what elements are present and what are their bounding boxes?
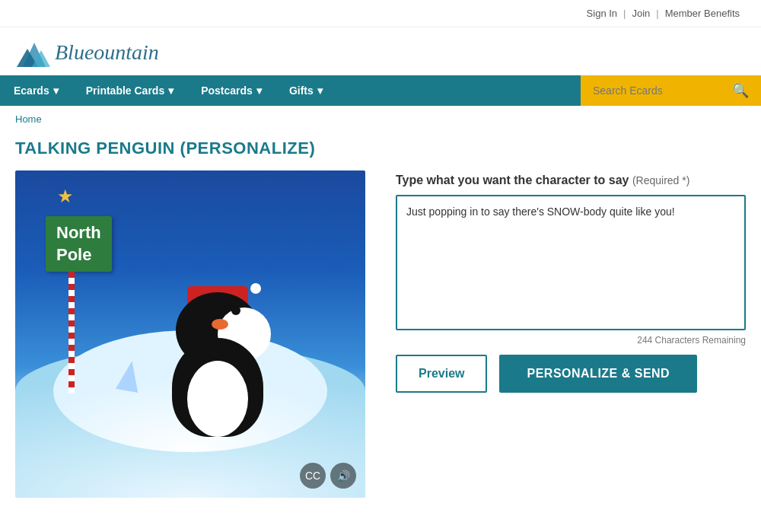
penguin-nose (212, 319, 228, 330)
audio-icon: 🔊 (337, 470, 350, 482)
caption-icon: CC (305, 470, 320, 482)
nav-gifts-label: Gifts (289, 84, 314, 97)
sign-board: NorthPole (46, 216, 112, 272)
logo-link[interactable]: Blueountain (15, 35, 159, 69)
nav-postcards-label: Postcards (201, 84, 253, 97)
penguin-eye-right (231, 306, 240, 315)
penguin-hat-ball (250, 283, 261, 294)
char-remaining: 244 Characters Remaining (396, 330, 746, 350)
search-icon: 🔍 (732, 83, 749, 98)
nav-ecards-chevron: ▾ (53, 84, 59, 97)
breadcrumb: Home (0, 106, 761, 132)
right-panel: Type what you want the character to say … (396, 170, 746, 393)
textarea-wrapper (396, 195, 746, 330)
nav-printable-chevron: ▾ (168, 84, 174, 97)
sign-post: NorthPole (46, 216, 112, 393)
join-link[interactable]: Join (632, 8, 650, 19)
separator-1: | (623, 8, 626, 19)
penguin-eye-left (201, 306, 210, 315)
separator-2: | (656, 8, 658, 19)
card-image: ★ NorthPole (15, 170, 365, 498)
nav-gifts[interactable]: Gifts ▾ (275, 75, 336, 106)
search-input[interactable] (593, 84, 726, 97)
breadcrumb-home[interactable]: Home (15, 113, 42, 125)
top-header: Sign In | Join | Member Benefits (0, 0, 761, 27)
nav-postcards-chevron: ▾ (256, 84, 262, 97)
caption-icon-btn[interactable]: CC (300, 463, 326, 489)
nav-ecards-label: Ecards (14, 84, 49, 97)
sign-pole (68, 272, 75, 393)
logo-text: Blueountain (55, 40, 159, 65)
nav-gifts-chevron: ▾ (317, 84, 323, 97)
form-label: Type what you want the character to say … (396, 174, 746, 187)
logo-mountain-icon (15, 35, 53, 69)
button-row: Preview PERSONALIZE & SEND (396, 355, 746, 393)
content-area: ★ NorthPole (0, 170, 761, 528)
card-image-container: ★ NorthPole (15, 170, 365, 498)
main-nav: Ecards ▾ Printable Cards ▾ Postcards ▾ G… (0, 75, 761, 106)
penguin (149, 285, 286, 437)
audio-icon-btn[interactable]: 🔊 (330, 463, 356, 489)
overlay-icons: CC 🔊 (300, 463, 356, 489)
page-title: TALKING PENGUIN (PERSONALIZE) (0, 132, 761, 170)
message-textarea[interactable] (397, 196, 744, 326)
nav-postcards[interactable]: Postcards ▾ (187, 75, 275, 106)
star-decoration: ★ (57, 186, 74, 207)
nav-printable-cards[interactable]: Printable Cards ▾ (72, 75, 187, 106)
nav-ecards[interactable]: Ecards ▾ (0, 75, 72, 106)
member-benefits-link[interactable]: Member Benefits (665, 8, 740, 19)
nav-printable-label: Printable Cards (86, 84, 164, 97)
preview-button[interactable]: Preview (396, 355, 487, 393)
logo-bar: Blueountain (0, 27, 761, 75)
required-indicator: (Required *) (632, 174, 689, 186)
penguin-body (172, 338, 263, 437)
sign-in-link[interactable]: Sign In (587, 8, 617, 19)
search-button[interactable]: 🔍 (732, 82, 749, 99)
personalize-send-button[interactable]: PERSONALIZE & SEND (499, 355, 697, 393)
form-label-text: Type what you want the character to say (396, 174, 629, 186)
search-bar[interactable]: 🔍 (581, 75, 761, 106)
penguin-belly (187, 361, 248, 437)
